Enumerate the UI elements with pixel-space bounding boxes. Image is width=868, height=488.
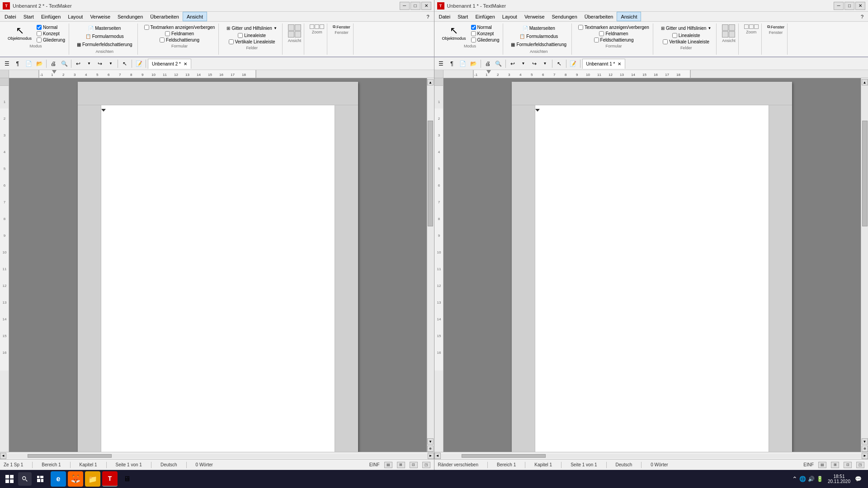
right-h-scroll-left[interactable]: ◄ xyxy=(434,453,441,459)
right-masterseiten-button[interactable]: 📄Masterseiten xyxy=(520,24,557,32)
left-menu-help[interactable]: ? xyxy=(423,12,433,21)
right-tb-change[interactable]: 📝 xyxy=(568,59,578,69)
left-scroll-down[interactable]: ▼ xyxy=(427,438,434,445)
right-tb-cursor[interactable]: ↖ xyxy=(554,59,564,69)
right-scroll-up[interactable]: ▲ xyxy=(862,79,868,85)
left-zoom-btn-1[interactable] xyxy=(310,24,314,29)
right-menu-verweise[interactable]: Verweise xyxy=(521,12,548,21)
right-h-scroll-right[interactable]: ► xyxy=(862,453,868,459)
left-h-scroll-track[interactable] xyxy=(6,454,428,458)
left-tb-new[interactable]: 📄 xyxy=(24,59,33,69)
left-tb-preview[interactable]: 🔍 xyxy=(59,59,69,69)
right-feldschattierung-checkbox[interactable]: Feldschattierung xyxy=(593,37,635,43)
left-doc-tab[interactable]: Unbenannt 2 * ✕ xyxy=(148,59,191,69)
left-vertikale-linealeiste-checkbox[interactable]: Vertikale Linealeiste xyxy=(228,39,276,45)
right-tb-undo-drop[interactable]: ▼ xyxy=(519,59,528,69)
right-scroll-track[interactable] xyxy=(862,85,868,438)
left-feldschattierung-checkbox[interactable]: Feldschattierung xyxy=(159,37,200,43)
right-tb-open[interactable]: 📂 xyxy=(469,59,479,69)
left-restore-button[interactable]: □ xyxy=(410,2,420,10)
right-view-web[interactable]: ◳ xyxy=(856,462,864,468)
left-zoom-btn-3[interactable] xyxy=(320,24,324,29)
right-formulerfeldschattierung-button[interactable]: ▦Formulerfeldschattierung xyxy=(509,41,569,48)
left-formulerfeldschattierung-button[interactable]: ▦Formulerfeldschattierung xyxy=(75,41,135,48)
start-button[interactable] xyxy=(3,472,16,486)
right-h-scroll-thumb[interactable] xyxy=(462,454,546,458)
right-normal-checkbox[interactable]: Normal xyxy=(470,24,500,30)
right-fenster-btn[interactable]: ⧉Fenster xyxy=(767,24,785,29)
tray-notification[interactable]: 💬 xyxy=(855,476,862,482)
right-view-btn-3[interactable] xyxy=(722,31,728,38)
taskbar-textmaker[interactable]: T xyxy=(102,471,118,487)
right-menu-help[interactable]: ? xyxy=(857,12,867,21)
taskbar-taskview[interactable] xyxy=(33,472,47,486)
left-feldnamen-checkbox[interactable]: Feldnamen xyxy=(164,31,195,37)
left-tb-change[interactable]: 📝 xyxy=(134,59,144,69)
left-tb-print[interactable]: 🖨 xyxy=(48,59,58,69)
right-menu-ansicht[interactable]: Ansicht xyxy=(617,12,641,21)
left-view-layout[interactable]: ⊞ xyxy=(397,462,405,468)
taskbar-search[interactable] xyxy=(18,472,32,486)
left-formularmodus-button[interactable]: 📋Formularmodus xyxy=(83,33,126,40)
left-gitter-button[interactable]: ⊞Gitter und Hilfslinien ▼ xyxy=(224,24,279,32)
right-konzept-checkbox[interactable]: Konzept xyxy=(470,31,500,37)
tray-network[interactable]: 🌐 xyxy=(799,476,806,482)
left-scroll-corner[interactable]: ⊕ xyxy=(427,446,434,452)
right-scroll-thumb[interactable] xyxy=(862,121,868,226)
right-tb-redo-drop[interactable]: ▼ xyxy=(540,59,550,69)
left-h-scroll-right[interactable]: ► xyxy=(428,453,434,459)
left-menu-layout[interactable]: Layout xyxy=(64,12,86,21)
right-menu-datei[interactable]: Datei xyxy=(435,12,454,21)
left-view-btn-2[interactable] xyxy=(295,24,301,31)
right-close-button[interactable]: ✕ xyxy=(855,2,865,10)
right-scroll-corner[interactable]: ⊕ xyxy=(862,446,868,452)
right-scrollbar[interactable]: ▲ ▼ ⊕ xyxy=(861,78,868,452)
right-view-preview[interactable]: ⊡ xyxy=(844,462,852,468)
right-linealeiste-checkbox[interactable]: Linealeiste xyxy=(671,33,701,38)
left-view-web[interactable]: ◳ xyxy=(422,462,430,468)
right-view-layout[interactable]: ⊞ xyxy=(831,462,839,468)
tray-volume[interactable]: 🔊 xyxy=(808,476,815,482)
right-minimize-button[interactable]: ─ xyxy=(834,2,844,10)
right-zoom-btn-2[interactable] xyxy=(749,24,754,29)
right-page-content[interactable] xyxy=(535,105,769,452)
right-scroll-down[interactable]: ▼ xyxy=(862,438,868,445)
left-view-preview[interactable]: ⊡ xyxy=(410,462,418,468)
right-view-btn-4[interactable] xyxy=(729,31,735,38)
taskbar-folder[interactable]: 📁 xyxy=(85,471,100,487)
right-menu-sendungen[interactable]: Sendungen xyxy=(548,12,581,21)
tray-battery[interactable]: 🔋 xyxy=(816,476,823,482)
left-tb-char[interactable]: ¶ xyxy=(13,59,23,69)
right-feldnamen-checkbox[interactable]: Feldnamen xyxy=(598,31,629,37)
right-doc-scroll[interactable] xyxy=(443,78,861,452)
right-tb-print[interactable]: 🖨 xyxy=(483,59,493,69)
left-tb-undo[interactable]: ↩ xyxy=(73,59,83,69)
tray-chevron[interactable]: ⌃ xyxy=(792,475,797,483)
right-formularmodus-button[interactable]: 📋Formularmodus xyxy=(517,33,560,40)
left-menu-verweise[interactable]: Verweise xyxy=(86,12,114,21)
left-tb-redo-drop[interactable]: ▼ xyxy=(106,59,116,69)
right-zoom-btn-3[interactable] xyxy=(754,24,759,29)
left-konzept-checkbox[interactable]: Konzept xyxy=(36,31,66,37)
left-h-scroll-thumb[interactable] xyxy=(28,454,112,458)
right-h-scrollbar[interactable]: ◄ ► xyxy=(434,452,868,459)
taskbar-edge[interactable]: e xyxy=(51,471,66,487)
left-masterseiten-button[interactable]: 📄Masterseiten xyxy=(86,24,123,32)
right-tab-close[interactable]: ✕ xyxy=(618,61,621,66)
right-textmarken-checkbox[interactable]: Textmarken anzeigen/verbergen xyxy=(577,24,650,30)
left-scroll-thumb[interactable] xyxy=(428,121,433,226)
right-objektmodus-button[interactable]: ↖ Objektmodus xyxy=(440,24,468,42)
left-tb-open[interactable]: 📂 xyxy=(34,59,44,69)
left-gliederung-checkbox[interactable]: Gliederung xyxy=(36,37,66,43)
left-h-scroll-left[interactable]: ◄ xyxy=(0,453,6,459)
left-tb-style[interactable]: ☰ xyxy=(2,59,12,69)
left-tb-cursor[interactable]: ↖ xyxy=(120,59,130,69)
left-view-btn-3[interactable] xyxy=(288,31,294,38)
left-menu-sendungen[interactable]: Sendungen xyxy=(114,12,146,21)
right-tb-style[interactable]: ☰ xyxy=(436,59,446,69)
right-view-btn-2[interactable] xyxy=(729,24,735,31)
left-scrollbar[interactable]: ▲ ▼ ⊕ xyxy=(427,78,434,452)
left-page-content[interactable] xyxy=(101,105,335,452)
left-view-btn-1[interactable] xyxy=(288,24,294,31)
left-menu-ueberarbeiten[interactable]: Überarbeiten xyxy=(146,12,183,21)
